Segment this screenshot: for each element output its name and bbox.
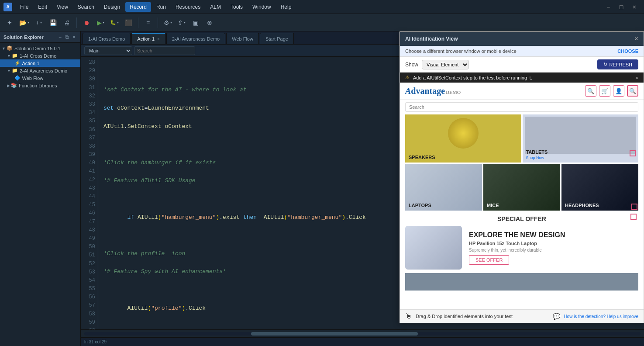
run-button[interactable]: ▶▾ (94, 17, 107, 29)
menu-record[interactable]: Record (125, 2, 151, 12)
new-button[interactable]: ✦ (3, 17, 16, 29)
menu-run[interactable]: Run (152, 2, 170, 12)
share-button[interactable]: ⇪▾ (176, 17, 188, 29)
see-offer-button[interactable]: SEE OFFER (469, 255, 509, 265)
account-icon-box[interactable]: 👤 (613, 85, 624, 97)
product-tablets[interactable]: TABLETS Shop Now (523, 114, 639, 163)
step-button[interactable]: ≡ (142, 17, 154, 29)
search-input[interactable] (134, 46, 195, 55)
statusbar-position: ln 31 col 29 (84, 339, 107, 344)
record-button[interactable]: ⏺ (80, 17, 93, 29)
menu-view[interactable]: View (52, 2, 72, 12)
debug-icon: 🐛 (110, 20, 116, 25)
product-mice[interactable]: MICE (483, 164, 560, 211)
visual-element-selector[interactable]: Visual Element (422, 60, 469, 69)
open-button[interactable]: 📂▾ (17, 17, 31, 29)
tree-label-ai-awareness: 2-AI Awareness Demo (20, 68, 67, 73)
se-close-button[interactable]: × (71, 34, 77, 40)
wishlist-icon-box[interactable]: 🛒 (599, 85, 610, 97)
expand-icon-action1 (12, 61, 14, 66)
maximize-button[interactable]: □ (615, 2, 627, 12)
settings-arrow: ▾ (170, 21, 172, 24)
add-button[interactable]: +▾ (33, 17, 45, 29)
print-button[interactable]: 🖨 (61, 17, 73, 29)
horizontal-scrollbar[interactable] (81, 329, 644, 337)
warning-icon: ⚠ (405, 75, 410, 80)
tree-label-func-libs: Function Libraries (19, 83, 57, 88)
tree-item-action1[interactable]: ⚡ Action 1 (0, 59, 80, 67)
menu-help[interactable]: Help (276, 2, 296, 12)
chat-icon: 💬 (553, 313, 560, 320)
settings-button[interactable]: ⚙▾ (162, 17, 174, 29)
tab-action1[interactable]: Action 1 × (131, 33, 165, 44)
minimize-button[interactable]: − (602, 2, 614, 12)
tune-button[interactable]: ⊜ (203, 17, 216, 29)
product-grid-top: SPEAKERS TABLETS Shop Now (400, 114, 644, 164)
refresh-button[interactable]: ↻ REFRESH (597, 59, 638, 69)
tree-label-ai-cross: 1-AI Cross Demo (20, 53, 56, 59)
tree-item-solution[interactable]: ▼ 📦 Solution Demo 15.0.1 (0, 45, 80, 52)
site-header-icons: 🔍 🛒 👤 🔍 (585, 85, 638, 97)
choose-link[interactable]: CHOOSE (617, 48, 638, 54)
laptop-offer-img (405, 226, 462, 270)
product-speakers[interactable]: SPEAKERS (405, 114, 521, 163)
tab-ai-awareness[interactable]: 2-AI Awareness Demo (166, 33, 225, 44)
ai-panel-header: AI Identification View × (400, 32, 644, 46)
menu-search[interactable]: Search (73, 2, 99, 12)
tree-item-web-flow[interactable]: 🔷 Web Flow (0, 74, 80, 82)
debug-button[interactable]: 🐛▾ (108, 17, 121, 29)
se-collapse-button[interactable]: − (57, 34, 63, 40)
stop-icon: ⬛ (125, 19, 132, 26)
product-laptops[interactable]: LAPTOPS (405, 164, 482, 211)
speakers-img-bg (448, 118, 479, 149)
view-selector[interactable]: Main (84, 46, 132, 55)
expand-icon-web-flow (12, 76, 14, 80)
tab-label-ai-awareness: 2-AI Awareness Demo (172, 36, 220, 42)
view-button[interactable]: ▣ (189, 17, 202, 29)
menu-resources[interactable]: Resources (171, 2, 205, 12)
ai-panel-body: ⚠ Add a AIUtilSetContext step to the tes… (400, 73, 644, 309)
save-button[interactable]: 💾 (47, 17, 59, 29)
scrollbar-thumb[interactable] (251, 332, 418, 336)
tab-start-page[interactable]: Start Page (260, 33, 294, 44)
add-icon: + (36, 19, 39, 26)
tablets-highlight-box (630, 150, 636, 156)
search-field[interactable] (405, 102, 638, 112)
save-icon: 💾 (49, 19, 57, 26)
cart-icon-box[interactable]: 🔍 (585, 85, 596, 97)
menu-edit[interactable]: Edit (34, 2, 52, 12)
menu-design[interactable]: Design (100, 2, 124, 12)
menu-alm[interactable]: ALM (206, 2, 225, 12)
tab-label-start-page: Start Page (265, 36, 288, 42)
mice-label: MICE (487, 203, 499, 208)
search-icon-box[interactable]: 🔍 (627, 85, 638, 97)
tab-web-flow[interactable]: Web Flow (226, 33, 259, 44)
menu-file[interactable]: File (16, 2, 33, 12)
tree-label-web-flow: Web Flow (22, 76, 44, 81)
offer-model: HP Pavilion 15z Touch Laptop (469, 241, 565, 246)
tree-icon-ai-awareness: 📁 (12, 68, 18, 73)
notice-close-button[interactable]: × (636, 75, 638, 80)
se-float-button[interactable]: ⧉ (64, 34, 70, 40)
close-button[interactable]: × (628, 2, 641, 12)
refresh-icon: ↻ (603, 62, 607, 67)
tree-item-ai-awareness[interactable]: ▼ 📁 2-AI Awareness Demo (0, 67, 80, 74)
ai-panel-close-button[interactable]: × (634, 35, 638, 43)
menu-window[interactable]: Window (248, 2, 276, 12)
drag-drop-icon: 🖱 (405, 312, 412, 320)
help-link[interactable]: How is the detection? Help us improve (564, 314, 638, 319)
headphones-label: HEADPHONES (565, 203, 599, 208)
new-icon: ✦ (7, 19, 12, 26)
stop-button[interactable]: ⬛ (122, 17, 134, 29)
expand-icon-func-libs: ▶ (7, 83, 10, 88)
menu-tools[interactable]: Tools (226, 2, 247, 12)
bottom-banner (405, 273, 638, 291)
tree-item-ai-cross[interactable]: ▼ 📁 1-AI Cross Demo (0, 52, 80, 59)
tab-close-action1[interactable]: × (157, 37, 160, 42)
expand-icon-ai-awareness: ▼ (7, 69, 11, 73)
tablets-shop-now: Shop Now (526, 156, 544, 160)
tree-item-func-libs[interactable]: ▶ 📚 Function Libraries (0, 82, 80, 89)
product-headphones[interactable]: HEADPHONES (561, 164, 638, 211)
tab-ai-cross[interactable]: 1-AI Cross Demo (83, 33, 131, 44)
ai-panel-title: AI Identification View (405, 36, 458, 42)
